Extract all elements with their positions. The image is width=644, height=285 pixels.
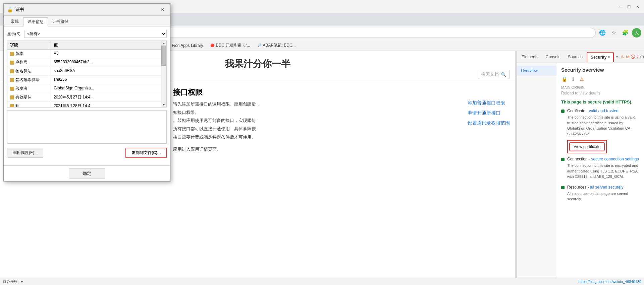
cert-table-header: 字段 值	[7, 41, 161, 50]
cert-dialog-title: 证书	[15, 7, 159, 13]
connection-section-content: Connection - secure connection settings …	[567, 157, 640, 182]
table-row[interactable]: 签名算法 sha256RSA	[7, 67, 161, 76]
cert-display-label: 显示(S):	[7, 31, 21, 37]
sidebar-item-overview[interactable]: Overview	[517, 66, 557, 76]
bookmark-abap[interactable]: 🔎 ABAP笔记: BDC...	[254, 42, 299, 50]
tab-console[interactable]: Console	[542, 52, 564, 62]
bookmark-favicon-6: 🔎	[257, 43, 262, 48]
cert-dialog-icon: 🔒	[7, 7, 13, 12]
profile-btn[interactable]: 人	[632, 28, 641, 38]
table-row[interactable]: 颁发者 GlobalSign Organiza...	[7, 84, 161, 93]
page-text-line-6: 应用进入应用详情页面。	[173, 145, 510, 154]
close-browser-btn[interactable]: ×	[635, 4, 641, 10]
row-icon-5	[10, 95, 14, 99]
devtools-settings-btn[interactable]: ⚙	[640, 54, 644, 60]
cert-description: The connection to this site is using a v…	[567, 115, 640, 137]
bookmark-bdc[interactable]: 🔴 BDC 开发步骤 少...	[207, 42, 253, 50]
tab-security-close[interactable]: ×	[608, 55, 610, 59]
cert-button-row: 编辑属性(E)... 复制到文件(C)...	[7, 146, 167, 159]
status-left: 待办任务 ▼	[3, 279, 24, 284]
search-icon: 🔍	[501, 72, 506, 77]
connection-description: The connection to this site is encrypted…	[567, 163, 640, 180]
cert-section-title: Certificate - valid and trusted	[567, 109, 640, 113]
scrollbar-track	[161, 46, 166, 102]
row-icon-6	[10, 104, 14, 108]
main-origin-label: Main origin	[561, 85, 640, 89]
error-icon: 🚫	[631, 55, 635, 59]
page-text-line-1: 知接口权限。	[173, 109, 510, 117]
page-text-line-2: 。鼓励应用使用尽可能多的接口，实现跟钉	[173, 117, 510, 125]
table-row[interactable]: 序列号 655283398046​7bb3...	[7, 58, 161, 67]
page-text-line-4: 接口需要付费或满足特定条件后才可使用。	[173, 133, 510, 142]
security-section-cert: Certificate - valid and trusted The conn…	[561, 109, 640, 153]
edit-properties-btn[interactable]: 编辑属性(E)...	[7, 148, 43, 158]
tab-security[interactable]: Security ×	[587, 52, 614, 62]
info-icon: ℹ	[570, 76, 576, 82]
translate-btn[interactable]: 🌐	[598, 28, 607, 38]
scrollbar-down-btn[interactable]: ▼	[161, 102, 166, 107]
warning-icon: ⚠	[621, 55, 624, 59]
search-box[interactable]: 搜索文档 🔍	[478, 70, 510, 79]
col-header-value: 值	[51, 41, 161, 49]
security-icons-row: 🔒 ℹ ⚠	[561, 76, 640, 82]
table-row[interactable]: 到 2021年5月28日 14:4...	[7, 102, 161, 107]
cert-ok-btn[interactable]: 确定	[69, 168, 105, 179]
tab-elements[interactable]: Elements	[518, 52, 542, 62]
connection-link[interactable]: secure connection settings	[591, 157, 639, 161]
cert-dialog-footer: 确定	[4, 165, 170, 181]
cert-scrollbar[interactable]: ▲ ▼	[161, 41, 166, 107]
tab-sources[interactable]: Sources	[565, 52, 586, 62]
scrollbar-thumb[interactable]	[161, 46, 166, 66]
bookmark-favicon-5: 🔴	[210, 43, 215, 48]
cert-display-row: 显示(S): <所有>	[7, 30, 167, 38]
scrollbar-up-btn[interactable]: ▲	[161, 41, 166, 46]
row-icon-2	[10, 69, 14, 73]
status-text: 待办任务	[3, 279, 17, 284]
secure-headline: This page is secure (valid HTTPS).	[561, 99, 640, 104]
cert-tab-details[interactable]: 详细信息	[23, 17, 48, 26]
more-tabs-btn[interactable]: »	[614, 54, 620, 60]
devtools-content: Overview Security overview 🔒 ℹ ⚠ Main or…	[517, 63, 644, 285]
cert-tab-path[interactable]: 证书路径	[48, 17, 73, 26]
maximize-btn[interactable]: □	[626, 4, 632, 10]
reload-text: Reload to view details	[561, 91, 640, 95]
row-icon-0	[10, 52, 14, 56]
cert-table: 字段 值 版本 V3 序列号 655283398046​7bb3... 签名算法…	[7, 41, 161, 107]
status-dropdown-icon: ▼	[20, 280, 24, 284]
error-count: 7	[637, 55, 639, 59]
col-header-field: 字段	[7, 41, 51, 49]
extensions-btn[interactable]: 🧩	[621, 28, 630, 38]
cert-detail-box	[7, 110, 167, 144]
resources-link[interactable]: all served securely	[590, 185, 623, 190]
cert-table-container: 字段 值 版本 V3 序列号 655283398046​7bb3... 签名算法…	[7, 41, 167, 108]
cert-section-content: Certificate - valid and trusted The conn…	[567, 109, 640, 153]
cert-dialog-body: 显示(S): <所有> 字段 值 版本 V3 序列号 655283398046​…	[4, 26, 170, 165]
security-section-connection: Connection - secure connection settings …	[561, 157, 640, 182]
cert-valid-link[interactable]: valid and trusted	[589, 109, 619, 113]
cert-display-select[interactable]: <所有>	[24, 30, 167, 38]
cert-titlebar: 🔒 证书 ×	[4, 4, 170, 16]
cert-dialog: 🔒 证书 × 常规 详细信息 证书路径 显示(S): <所有> 字段 值 版本	[3, 3, 170, 182]
cert-dialog-close-btn[interactable]: ×	[159, 6, 167, 14]
page-watermark: 我果汁分你一半	[225, 58, 290, 70]
row-icon-3	[10, 78, 14, 82]
view-certificate-btn[interactable]: View certificate	[570, 143, 604, 151]
row-icon-4	[10, 87, 14, 91]
cert-tab-general[interactable]: 常规	[6, 17, 23, 26]
table-row[interactable]: 版本 V3	[7, 50, 161, 58]
copy-to-file-btn[interactable]: 复制到文件(C)...	[125, 148, 167, 158]
page-text: 请先添加所需接口的调用权限。应用创建后， 知接口权限。 。鼓励应用使用尽可能多的…	[173, 100, 510, 154]
devtools-toolbar-right: ⚠ 18 🚫 7 ⚙ ⋮ ×	[621, 54, 644, 60]
devtools-main-panel: Security overview 🔒 ℹ ⚠ Main origin Relo…	[557, 63, 644, 285]
connection-dot	[561, 158, 565, 161]
star-btn[interactable]: ☆	[609, 28, 619, 38]
warning-count: 18	[625, 55, 629, 59]
table-row[interactable]: 签名哈希算法 sha256	[7, 76, 161, 84]
security-overview-title: Security overview	[561, 67, 640, 73]
view-cert-box: View certificate	[567, 140, 607, 153]
minimize-btn[interactable]: —	[617, 4, 623, 10]
page-text-line-3: 所有接口都可以直接开通使用，具体参照接	[173, 125, 510, 133]
status-bar: 待办任务 ▼ https://blog.csdn.net/weixin_4984…	[0, 278, 644, 285]
api-title: 接口权限	[173, 87, 510, 97]
table-row[interactable]: 有效期从 2020年5月27日 14:4...	[7, 93, 161, 102]
